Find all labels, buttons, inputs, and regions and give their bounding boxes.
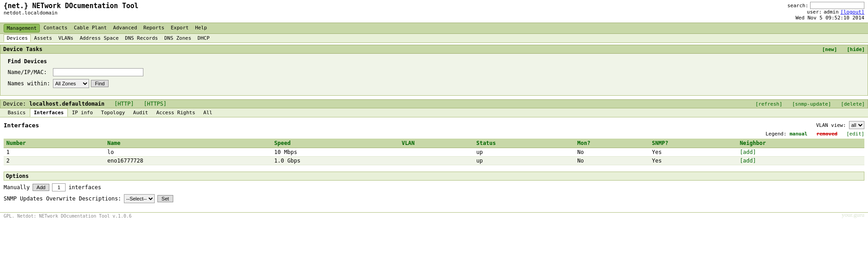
subnav-dns-zones[interactable]: DNS Zones	[161, 34, 194, 42]
tab-interfaces[interactable]: Interfaces	[30, 108, 68, 117]
delete-link[interactable]: [delete]	[841, 101, 865, 107]
table-row: 2 eno16777728 1.0 Gbps up No Yes [add]	[4, 157, 864, 165]
device-tabs: Basics Interfaces IP info Topology Audit…	[0, 108, 868, 117]
cell-mon: No	[574, 148, 649, 157]
device-bar: Device: localhost.defaultdomain [HTTP] […	[0, 99, 868, 108]
interfaces-label: interfaces	[68, 184, 101, 191]
header-left: {net.} NETwork DOcumentation Tool netdot…	[4, 2, 138, 16]
nav-export[interactable]: Export	[168, 24, 191, 33]
nav-help[interactable]: Help	[192, 24, 210, 33]
device-tasks-actions: [new] [hide]	[822, 46, 865, 52]
tab-topology[interactable]: Topology	[97, 108, 129, 117]
manually-row: Manually Add 1 interfaces	[4, 183, 864, 191]
device-label: Device:	[3, 101, 26, 107]
tab-basics[interactable]: Basics	[4, 108, 30, 117]
subnav-assets[interactable]: Assets	[31, 34, 55, 42]
names-within-label: Names within:	[8, 80, 53, 87]
find-devices-box: Find Devices Name/IP/MAC: Names within: …	[0, 54, 868, 96]
footer: GPL. Netdot: NETwork DOcumentation Tool …	[0, 212, 868, 219]
cell-number: 1	[4, 148, 104, 157]
interfaces-count-input[interactable]: 1	[52, 183, 66, 191]
device-https-link[interactable]: [HTTPS]	[144, 101, 167, 107]
snmp-overwrite-select[interactable]: --Select--	[124, 194, 155, 203]
subnav-address-space[interactable]: Address Space	[76, 34, 122, 42]
add-interfaces-button[interactable]: Add	[33, 184, 50, 191]
find-button[interactable]: Find	[91, 80, 109, 87]
name-ip-mac-input[interactable]	[53, 68, 143, 76]
nav-cable-plant[interactable]: Cable Plant	[71, 24, 109, 33]
nav-contacts[interactable]: Contacts	[41, 24, 70, 33]
cell-speed: 10 Mbps	[271, 148, 399, 157]
legend-removed: removed	[816, 131, 837, 137]
interfaces-table: Number Name Speed VLAN Status Mon? SNMP?…	[4, 139, 864, 165]
search-label: search:	[787, 3, 808, 9]
tab-all[interactable]: All	[199, 108, 217, 117]
cell-name: eno16777728	[104, 157, 271, 165]
legend-label: Legend:	[765, 131, 786, 137]
username: admin	[824, 9, 839, 15]
vlan-view-select[interactable]: all	[849, 121, 864, 129]
header-right: search: user: admin [logout] Wed Nov 5 0…	[787, 2, 864, 21]
subnav-devices[interactable]: Devices	[4, 34, 31, 42]
search-input[interactable]	[810, 2, 864, 9]
nav-advanced[interactable]: Advanced	[110, 24, 140, 33]
manually-label: Manually	[4, 184, 30, 191]
nav-reports[interactable]: Reports	[141, 24, 167, 33]
tab-access-rights[interactable]: Access Rights	[152, 108, 199, 117]
logout-link[interactable]: [logout]	[840, 9, 864, 15]
vlan-view: VLAN view: all	[816, 121, 864, 129]
app-title: {net.} NETwork DOcumentation Tool	[4, 2, 138, 10]
device-title: Device: localhost.defaultdomain [HTTP] […	[3, 101, 166, 107]
col-name: Name	[104, 139, 271, 148]
cell-snmp: Yes	[649, 157, 737, 165]
table-header-row: Number Name Speed VLAN Status Mon? SNMP?…	[4, 139, 864, 148]
col-mon: Mon?	[574, 139, 649, 148]
refresh-link[interactable]: [refresh]	[755, 101, 783, 107]
tab-ip-info[interactable]: IP info	[68, 108, 97, 117]
interfaces-header: Interfaces VLAN view: all	[4, 121, 864, 129]
hostname: netdot.localdomain	[4, 10, 138, 16]
device-name: localhost.defaultdomain	[29, 101, 104, 107]
legend-edit-link[interactable]: [edit]	[846, 131, 864, 137]
snmp-row: SNMP Updates Overwrite Descriptions: --S…	[4, 194, 864, 203]
device-tasks-title: Device Tasks	[3, 46, 43, 52]
cell-status: up	[474, 148, 574, 157]
cell-vlan	[399, 157, 474, 165]
watermark: your.guru	[842, 211, 864, 219]
cell-status: up	[474, 157, 574, 165]
name-ip-mac-label: Name/IP/MAC:	[8, 69, 53, 75]
col-speed: Speed	[271, 139, 399, 148]
user-label: user:	[807, 9, 822, 15]
legend: Legend: manual removed [edit]	[4, 131, 864, 137]
main-nav: Management Contacts Cable Plant Advanced…	[0, 23, 868, 34]
tab-audit[interactable]: Audit	[129, 108, 152, 117]
device-actions: [refresh] [snmp-update] [delete]	[755, 101, 865, 107]
subnav-dhcp[interactable]: DHCP	[194, 34, 213, 42]
nav-management[interactable]: Management	[4, 24, 40, 33]
user-row: user: admin [logout]	[787, 9, 864, 15]
legend-manual: manual	[789, 131, 807, 137]
col-vlan: VLAN	[399, 139, 474, 148]
device-http-link[interactable]: [HTTP]	[114, 101, 134, 107]
names-within-row: Names within: All Zones Find	[8, 79, 860, 88]
cell-number: 2	[4, 157, 104, 165]
set-button[interactable]: Set	[157, 195, 173, 202]
cell-name: lo	[104, 148, 271, 157]
snmp-overwrite-label: SNMP Updates Overwrite Descriptions:	[4, 196, 121, 202]
zones-select[interactable]: All Zones	[53, 79, 89, 88]
col-snmp: SNMP?	[649, 139, 737, 148]
new-link[interactable]: [new]	[822, 47, 837, 52]
name-ip-mac-row: Name/IP/MAC:	[8, 68, 860, 76]
subnav-dns-records[interactable]: DNS Records	[122, 34, 161, 42]
neighbor-add-link-2[interactable]: [add]	[740, 158, 756, 164]
search-row: search:	[787, 2, 864, 9]
hide-link[interactable]: [hide]	[847, 47, 865, 52]
interfaces-title: Interfaces	[4, 122, 39, 129]
cell-snmp: Yes	[649, 148, 737, 157]
header: {net.} NETwork DOcumentation Tool netdot…	[0, 0, 868, 23]
snmp-update-link[interactable]: [snmp-update]	[792, 101, 831, 107]
cell-speed: 1.0 Gbps	[271, 157, 399, 165]
sub-nav: Devices Assets VLANs Address Space DNS R…	[0, 34, 868, 43]
subnav-vlans[interactable]: VLANs	[55, 34, 76, 42]
neighbor-add-link-1[interactable]: [add]	[740, 149, 756, 155]
